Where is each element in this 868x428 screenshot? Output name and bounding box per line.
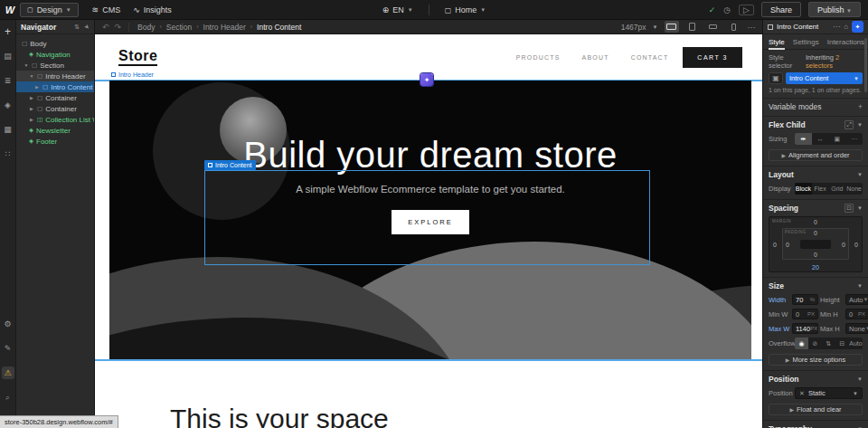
undo-icon[interactable]: ↶	[102, 23, 109, 32]
tab-settings[interactable]: Settings	[793, 38, 819, 46]
chevron-collapsed-icon[interactable]: ▶	[29, 106, 34, 111]
display-none-option[interactable]: None	[845, 183, 863, 195]
tab-interactions[interactable]: Interactions	[827, 38, 864, 46]
tree-item-body[interactable]: ▢ Body	[16, 38, 94, 49]
height-input[interactable]: Auto▼	[845, 294, 868, 305]
display-block-option[interactable]: Block	[795, 183, 812, 195]
viewport-width-value[interactable]: 1467px	[621, 23, 646, 32]
flex-parent-indicator-icon[interactable]: ⤢	[844, 120, 854, 129]
alignment-and-order-button[interactable]: ▶ Alignment and order	[769, 149, 863, 161]
redo-icon[interactable]: ↷	[115, 23, 122, 32]
chevron-down-icon[interactable]: ▼	[857, 122, 863, 128]
chevron-collapsed-icon[interactable]: ▶	[29, 95, 34, 100]
chevron-collapsed-icon[interactable]: ▶	[34, 84, 40, 90]
tree-item-navigation[interactable]: ◈ Navigation	[16, 49, 94, 60]
padding-right-value[interactable]: 0	[842, 241, 845, 247]
breadcrumb-body[interactable]: Body	[137, 23, 155, 32]
store-logo[interactable]: Store	[118, 48, 157, 66]
breakpoint-desktop-icon[interactable]	[665, 21, 679, 33]
nav-link-about[interactable]: ABOUT	[582, 54, 609, 61]
cart-button[interactable]: CART 3	[683, 47, 742, 68]
breakpoint-phone-icon[interactable]	[727, 21, 741, 33]
more-options-icon[interactable]: ⋯	[833, 23, 840, 31]
chevron-down-icon[interactable]: ▼	[857, 283, 863, 289]
padding-bottom-value[interactable]: 0	[814, 252, 817, 258]
navigator-icon[interactable]: ≣	[2, 74, 14, 87]
design-canvas[interactable]: Store PRODUCTS ABOUT CONTACT CART 3 Intr…	[95, 34, 762, 428]
tree-item-collection-list[interactable]: ▶ ◫ Collection List Wra...	[16, 114, 94, 125]
language-selector[interactable]: ⊕ EN ▼	[376, 4, 420, 16]
panel-scrollbar[interactable]	[864, 38, 867, 92]
sizing-grow-icon[interactable]: ↔	[812, 133, 829, 145]
breakpoint-tablet-icon[interactable]	[685, 21, 700, 33]
padding-top-value[interactable]: 0	[814, 230, 817, 236]
sizing-shrink-icon[interactable]: ⇹	[795, 133, 812, 145]
add-element-icon[interactable]: +	[2, 25, 14, 38]
design-mode-button[interactable]: ▢ Design ▼	[20, 3, 79, 17]
overflow-scroll-icon[interactable]: ⇅	[822, 338, 835, 349]
margin-right-value[interactable]: 0	[854, 242, 858, 248]
margin-bottom-value[interactable]: 20	[812, 264, 819, 271]
chevron-down-icon[interactable]: ▼	[857, 205, 863, 211]
display-flex-option[interactable]: Flex	[812, 183, 829, 195]
max-height-input[interactable]: None▼	[845, 323, 868, 334]
more-size-options-button[interactable]: ▶ More size options	[769, 354, 863, 366]
chevron-expanded-icon[interactable]: ▼	[24, 62, 29, 68]
insights-button[interactable]: ∿ Insights	[127, 4, 178, 16]
element-actions-handle[interactable]: ✦	[420, 73, 433, 86]
chevron-collapsed-icon[interactable]: ▶	[29, 117, 34, 122]
pin-icon[interactable]: ➤	[82, 23, 91, 32]
cms-button[interactable]: ≋ CMS	[86, 4, 127, 16]
share-button[interactable]: Share	[761, 2, 801, 17]
min-width-input[interactable]: 0PX	[792, 309, 818, 319]
position-dropdown[interactable]: ✕ Static ▼	[795, 387, 863, 399]
intro-header-badge[interactable]: Intro Header	[111, 71, 154, 78]
breadcrumb-intro-content[interactable]: Intro Content	[257, 23, 301, 32]
overflow-visible-icon[interactable]: ◉	[795, 338, 808, 349]
nav-link-products[interactable]: PRODUCTS	[516, 54, 561, 61]
overflow-hidden-icon[interactable]: ⊘	[808, 338, 822, 349]
overflow-clip-icon[interactable]: ⊟	[835, 338, 849, 349]
margin-left-value[interactable]: 0	[773, 242, 777, 248]
breadcrumb-section[interactable]: Section	[166, 23, 192, 32]
tree-item-container[interactable]: ▶ ▢ Container	[16, 92, 94, 103]
overflow-auto-option[interactable]: Auto	[849, 338, 863, 349]
zoom-icon[interactable]: ⌕	[2, 391, 14, 404]
width-input[interactable]: 70%	[792, 294, 818, 305]
publish-button[interactable]: Publish ▼	[808, 2, 861, 17]
pages-icon[interactable]: ▤	[2, 50, 14, 62]
space-section-heading[interactable]: This is your space	[170, 404, 389, 428]
class-selector-pill[interactable]: Intro Content ▼	[786, 72, 863, 84]
tree-item-section[interactable]: ▼ ▢ Section	[16, 60, 94, 71]
preview-icon[interactable]: ▷	[739, 5, 754, 15]
display-grid-option[interactable]: Grid	[829, 183, 846, 195]
padding-left-value[interactable]: 0	[786, 241, 789, 247]
spacing-link-icon[interactable]: ⊡	[844, 204, 854, 213]
more-breakpoints-icon[interactable]: ⋯	[748, 23, 756, 32]
intro-content-badge[interactable]: Intro Content	[204, 160, 256, 170]
warning-audit-icon[interactable]: ⚠	[2, 366, 14, 379]
spacing-widget[interactable]: MARGIN 0 0 0 20 PADDING 0 0 0 0	[769, 216, 863, 272]
add-variable-mode-icon[interactable]: +	[858, 102, 863, 111]
sizing-more-icon[interactable]: ⋯	[845, 133, 863, 145]
min-height-input[interactable]: 0PX	[845, 309, 868, 319]
audit-icon[interactable]: ✎	[2, 342, 14, 355]
sizing-fixed-icon[interactable]: ▣	[829, 133, 846, 145]
webflow-logo[interactable]: W	[0, 5, 20, 15]
hero-section[interactable]: Build your dream store A simple Webflow …	[109, 81, 751, 360]
chevron-down-icon[interactable]: ▼	[857, 172, 863, 177]
selector-target-button[interactable]: ▣	[769, 72, 783, 84]
collapse-all-icon[interactable]: ⇅	[74, 24, 80, 31]
assets-icon[interactable]: ▦	[2, 123, 14, 136]
tree-item-newsletter[interactable]: ◈ Newsletter	[16, 125, 94, 136]
tree-item-footer[interactable]: ◈ Footer	[16, 136, 94, 147]
history-icon[interactable]: ◷	[722, 5, 731, 15]
float-and-clear-button[interactable]: ▶ Float and clear	[769, 404, 863, 415]
page-selector[interactable]: ▢ Home ▼	[439, 4, 493, 16]
element-settings-icon[interactable]: ⌂	[844, 23, 848, 31]
breakpoint-phone-landscape-icon[interactable]	[706, 21, 721, 33]
apps-icon[interactable]: ∷	[2, 147, 14, 160]
ai-assistant-button[interactable]: ✦	[852, 21, 863, 33]
breadcrumb-intro-header[interactable]: Intro Header	[203, 23, 246, 32]
margin-top-value[interactable]: 0	[814, 219, 817, 225]
